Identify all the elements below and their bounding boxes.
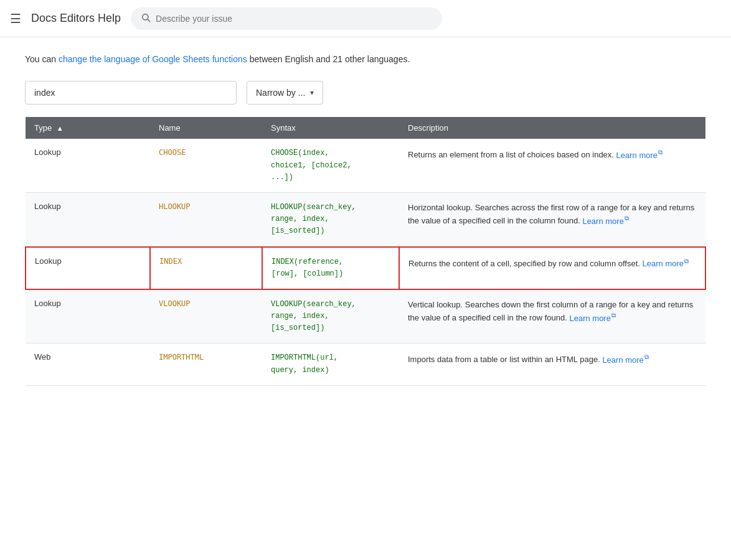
col-header-syntax[interactable]: Syntax [262, 117, 399, 139]
cell-name: CHOOSE [150, 139, 262, 192]
table-row: LookupVLOOKUPVLOOKUP(search_key, range, … [26, 289, 705, 343]
filter-bar: Narrow by ... ▾ [25, 81, 706, 105]
cell-syntax: IMPORTHTML(url, query, index) [262, 343, 399, 385]
svg-line-1 [148, 19, 150, 22]
cell-syntax: INDEX(reference, [row], [column]) [262, 247, 399, 289]
cell-name: HLOOKUP [150, 192, 262, 246]
language-link[interactable]: change the language of Google Sheets fun… [59, 54, 247, 64]
cell-description: Horizontal lookup. Searches across the f… [399, 192, 705, 246]
search-icon [141, 12, 151, 25]
sort-arrow-icon: ▲ [57, 124, 64, 132]
cell-type: Lookup [26, 247, 150, 289]
header-search-input[interactable] [156, 14, 432, 24]
col-header-name[interactable]: Name [150, 117, 262, 139]
intro-text-before: You can [25, 54, 59, 64]
cell-name: VLOOKUP [150, 289, 262, 343]
table-header: Type ▲ Name Syntax Description [26, 117, 705, 139]
cell-description: Vertical lookup. Searches down the first… [399, 289, 705, 343]
cell-description: Imports data from a table or list within… [399, 343, 705, 385]
table-row: WebIMPORTHTMLIMPORTHTML(url, query, inde… [26, 343, 705, 385]
intro-paragraph: You can change the language of Google Sh… [25, 52, 706, 66]
narrow-by-button[interactable]: Narrow by ... ▾ [247, 81, 323, 105]
cell-name: IMPORTHTML [150, 343, 262, 385]
cell-description: Returns the content of a cell, specified… [399, 247, 705, 289]
cell-syntax: VLOOKUP(search_key, range, index, [is_so… [262, 289, 399, 343]
col-header-type[interactable]: Type ▲ [26, 117, 150, 139]
table-row: LookupHLOOKUPHLOOKUP(search_key, range, … [26, 192, 705, 246]
table-row: LookupCHOOSECHOOSE(index, choice1, [choi… [26, 139, 705, 192]
table-row: LookupINDEXINDEX(reference, [row], [colu… [26, 247, 705, 289]
learn-more-link[interactable]: Learn more⧉ [616, 151, 663, 160]
cell-syntax: HLOOKUP(search_key, range, index, [is_so… [262, 192, 399, 246]
search-bar [131, 7, 442, 30]
cell-type: Web [26, 343, 150, 385]
cell-name: INDEX [150, 247, 262, 289]
main-content: You can change the language of Google Sh… [0, 37, 731, 401]
cell-syntax: CHOOSE(index, choice1, [choice2, ...]) [262, 139, 399, 192]
narrow-by-label: Narrow by ... [256, 88, 305, 98]
header: ☰ Docs Editors Help [0, 0, 731, 37]
cell-type: Lookup [26, 139, 150, 192]
col-header-description[interactable]: Description [399, 117, 705, 139]
learn-more-link[interactable]: Learn more⧉ [643, 259, 689, 268]
learn-more-link[interactable]: Learn more⧉ [602, 355, 648, 365]
intro-text-after: between English and 21 other languages. [247, 54, 410, 64]
table-body: LookupCHOOSECHOOSE(index, choice1, [choi… [26, 139, 705, 385]
function-search-input[interactable] [25, 81, 237, 105]
cell-type: Lookup [26, 192, 150, 246]
dropdown-arrow-icon: ▾ [310, 88, 314, 97]
learn-more-link[interactable]: Learn more⧉ [582, 217, 628, 226]
cell-description: Returns an element from a list of choice… [399, 139, 705, 192]
cell-type: Lookup [26, 289, 150, 343]
menu-icon[interactable]: ☰ [10, 11, 21, 26]
functions-table: Type ▲ Name Syntax Description LookupCHO… [25, 117, 706, 385]
app-logo: Docs Editors Help [31, 12, 121, 25]
learn-more-link[interactable]: Learn more⧉ [569, 314, 615, 323]
